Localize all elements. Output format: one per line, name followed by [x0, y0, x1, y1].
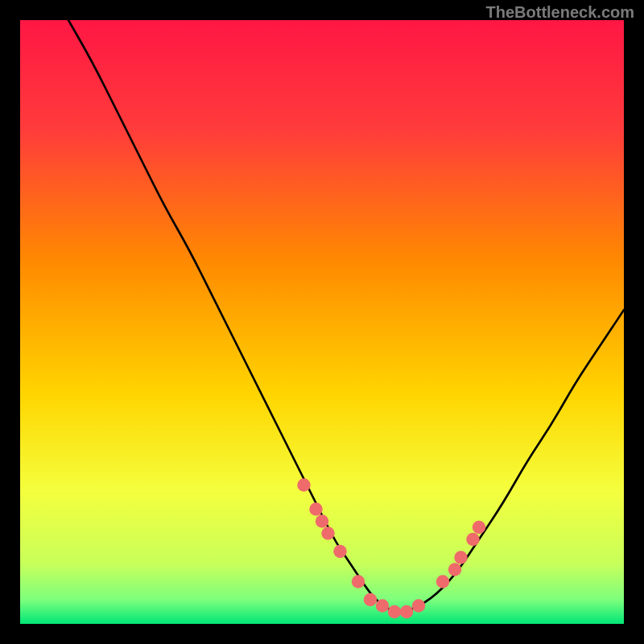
marker-dot: [412, 599, 426, 613]
marker-dot: [454, 551, 468, 564]
marker-dot: [316, 514, 329, 528]
marker-dot: [321, 526, 335, 540]
plot-area: [20, 20, 624, 624]
marker-dot: [448, 563, 462, 576]
bottleneck-curve: [68, 20, 624, 612]
marker-dot: [309, 502, 323, 516]
marker-dot: [436, 575, 450, 588]
marker-dot: [364, 593, 378, 607]
marker-dot: [352, 575, 365, 588]
marker-dot: [466, 533, 480, 547]
highlight-dots: [297, 478, 485, 618]
marker-dot: [400, 605, 414, 619]
chart-svg: [20, 20, 624, 624]
chart-stage: TheBottleneck.com: [0, 0, 644, 644]
marker-dot: [388, 605, 402, 619]
marker-dot: [333, 545, 347, 559]
watermark-text: TheBottleneck.com: [486, 3, 634, 22]
marker-dot: [473, 521, 486, 535]
marker-dot: [297, 478, 311, 492]
marker-dot: [376, 599, 390, 613]
